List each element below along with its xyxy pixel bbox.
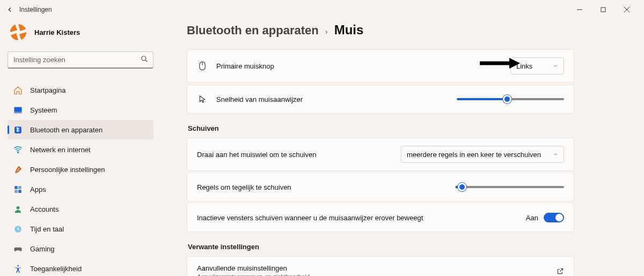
nav-label: Systeem — [30, 106, 57, 114]
svg-point-15 — [16, 206, 19, 209]
setting-label: Snelheid van muisaanwijzer — [216, 95, 448, 103]
nav-item-bluetooth[interactable]: Bluetooth en apparaten — [8, 120, 153, 139]
nav-label: Accounts — [30, 205, 58, 213]
person-icon — [13, 204, 23, 214]
nav-label: Apps — [30, 185, 46, 193]
main-content: Bluetooth en apparaten › Muis Primaire m… — [161, 19, 644, 276]
link-sub: Aanwijzerpictogrammen en zichtbaarheid — [197, 273, 548, 276]
profile-name: Harrie Kisters — [34, 28, 80, 36]
setting-pointer-speed: Snelheid van muisaanwijzer — [187, 85, 574, 114]
nav-item-home[interactable]: Startpagina — [8, 80, 153, 100]
link-label: Aanvullende muisinstellingen — [197, 264, 548, 272]
dropdown-value: meerdere regels in een keer te verschuiv… — [407, 151, 541, 159]
nav: Startpagina Systeem Bluetooth en apparat… — [8, 80, 153, 276]
chevron-down-icon — [553, 62, 558, 70]
inactive-scroll-toggle[interactable] — [544, 213, 564, 222]
toggle-state-label: Aan — [526, 214, 538, 222]
nav-item-network[interactable]: Netwerk en internet — [8, 140, 153, 159]
nav-label: Tijd en taal — [30, 225, 64, 233]
nav-item-system[interactable]: Systeem — [8, 100, 153, 120]
minimize-button[interactable] — [568, 1, 591, 18]
profile[interactable]: Harrie Kisters — [8, 21, 153, 51]
scroll-wheel-dropdown[interactable]: meerdere regels in een keer te verschuiv… — [401, 146, 564, 163]
svg-line-6 — [145, 60, 148, 62]
back-icon[interactable] — [5, 5, 14, 14]
nav-label: Bluetooth en apparaten — [30, 126, 103, 134]
mouse-icon — [197, 61, 208, 71]
avatar — [9, 23, 28, 42]
close-button[interactable] — [615, 1, 639, 18]
wifi-icon — [13, 145, 23, 154]
apps-icon — [13, 184, 23, 194]
titlebar: Instellingen — [0, 0, 644, 19]
setting-primary-button: Primaire muisknop Links — [187, 49, 574, 83]
dropdown-value: Links — [516, 62, 532, 70]
search-wrap — [8, 51, 153, 69]
svg-rect-8 — [14, 112, 21, 113]
clock-icon — [13, 224, 23, 234]
section-heading-scroll: Schuiven — [188, 124, 574, 132]
nav-item-time[interactable]: Tijd en taal — [8, 219, 153, 238]
nav-label: Persoonlijke instellingen — [30, 166, 105, 174]
chevron-right-icon: › — [325, 27, 328, 36]
cursor-icon — [197, 94, 208, 105]
system-icon — [13, 105, 23, 115]
nav-item-personalization[interactable]: Persoonlijke instellingen — [8, 160, 153, 179]
svg-rect-13 — [14, 190, 18, 193]
svg-point-5 — [142, 56, 146, 61]
nav-label: Toegankelijkheid — [30, 265, 82, 273]
breadcrumb-parent[interactable]: Bluetooth en apparaten — [187, 24, 319, 38]
svg-rect-14 — [18, 190, 21, 193]
nav-item-apps[interactable]: Apps — [8, 180, 153, 199]
pointer-speed-slider[interactable] — [457, 98, 564, 100]
svg-rect-1 — [601, 8, 605, 12]
maximize-button[interactable] — [591, 1, 615, 18]
setting-lines-at-once: Regels om tegelijk te schuiven — [187, 173, 574, 202]
svg-rect-11 — [14, 186, 18, 189]
nav-item-gaming[interactable]: Gaming — [8, 239, 153, 258]
nav-label: Gaming — [30, 245, 55, 253]
link-additional-settings[interactable]: Aanvullende muisinstellingen Aanwijzerpi… — [187, 256, 574, 276]
titlebar-label: Instellingen — [19, 6, 52, 13]
sidebar: Harrie Kisters Startpagina Systeem Bluet… — [0, 19, 161, 276]
setting-label: Regels om tegelijk te schuiven — [197, 183, 448, 191]
nav-label: Startpagina — [30, 86, 66, 94]
breadcrumb-current: Muis — [334, 23, 364, 38]
window-controls — [568, 1, 639, 18]
setting-label: Primaire muisknop — [216, 62, 502, 70]
setting-inactive-scroll: Inactieve vensters schuiven wanneer u de… — [187, 204, 574, 232]
lines-slider[interactable] — [457, 186, 564, 188]
external-link-icon — [557, 267, 564, 277]
svg-point-10 — [17, 152, 18, 153]
nav-label: Netwerk en internet — [30, 146, 91, 154]
breadcrumb: Bluetooth en apparaten › Muis — [187, 23, 574, 38]
svg-rect-7 — [14, 107, 21, 111]
setting-scroll-wheel: Draai aan het muiswiel om te schuiven me… — [187, 138, 574, 171]
search-input[interactable] — [8, 51, 153, 69]
brush-icon — [13, 165, 23, 174]
setting-label: Inactieve vensters schuiven wanneer u de… — [197, 214, 517, 222]
svg-point-4 — [10, 24, 27, 41]
accessibility-icon — [13, 264, 23, 273]
nav-item-accounts[interactable]: Accounts — [8, 199, 153, 219]
gamepad-icon — [13, 244, 23, 253]
nav-item-accessibility[interactable]: Toegankelijkheid — [8, 259, 153, 276]
svg-rect-12 — [18, 186, 21, 189]
setting-label: Draai aan het muiswiel om te schuiven — [197, 151, 392, 159]
home-icon — [13, 85, 23, 95]
svg-point-17 — [17, 265, 19, 266]
primary-button-dropdown[interactable]: Links — [510, 57, 564, 74]
chevron-down-icon — [553, 151, 558, 159]
search-icon — [141, 55, 148, 65]
bluetooth-icon — [13, 125, 23, 135]
section-heading-related: Verwante instellingen — [188, 243, 574, 251]
